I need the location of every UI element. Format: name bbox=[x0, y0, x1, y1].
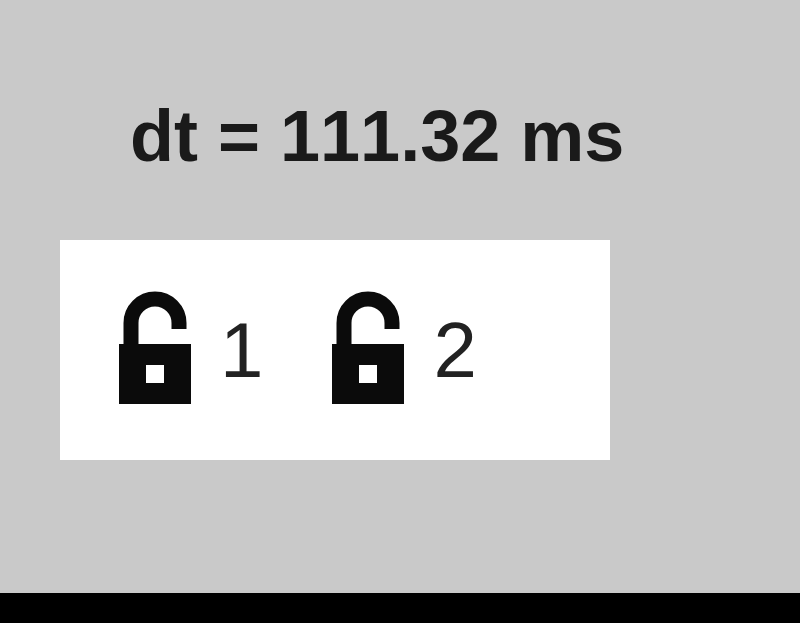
lock-item-2[interactable]: 2 bbox=[323, 290, 476, 410]
lock-panel: 1 2 bbox=[60, 240, 610, 460]
timing-label: dt = 111.32 ms bbox=[130, 95, 624, 177]
svg-rect-3 bbox=[359, 365, 377, 383]
lock-label: 1 bbox=[220, 305, 263, 396]
lock-label: 2 bbox=[433, 305, 476, 396]
unlock-icon bbox=[323, 290, 413, 410]
svg-rect-1 bbox=[146, 365, 164, 383]
unlock-icon bbox=[110, 290, 200, 410]
bottom-bar bbox=[0, 593, 800, 623]
lock-item-1[interactable]: 1 bbox=[110, 290, 263, 410]
